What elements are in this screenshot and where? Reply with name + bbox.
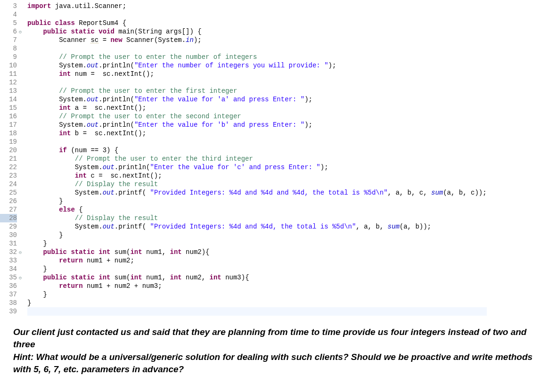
line-number: 28 <box>0 214 17 222</box>
line-number: 9 <box>0 53 17 61</box>
line-number: 32⊖ <box>0 248 17 256</box>
code-line: // Display the result <box>27 180 487 188</box>
line-number: 19 <box>0 138 17 146</box>
code-line: public class ReportSum4 { <box>27 19 487 27</box>
code-line: return num1 + num2; <box>27 256 487 265</box>
line-number: 36 <box>0 282 17 290</box>
line-number: 12 <box>0 78 17 87</box>
code-line: System.out.println("Enter the number of … <box>27 61 487 70</box>
fold-icon[interactable]: ⊖ <box>19 28 22 37</box>
line-number: 8 <box>0 44 17 53</box>
fold-icon[interactable]: ⊖ <box>19 274 22 283</box>
code-line: } <box>27 265 487 273</box>
code-area: import java.util.Scanner;public class Re… <box>21 2 487 316</box>
line-number: 6⊖ <box>0 27 17 36</box>
line-number: 27 <box>0 205 17 214</box>
line-number: 7 <box>0 36 17 44</box>
line-number: 24 <box>0 180 17 188</box>
code-line: Scanner sc = new Scanner(System.in); <box>27 36 487 44</box>
line-number: 25 <box>0 188 17 197</box>
code-line: } <box>27 239 487 248</box>
line-number: 3 <box>0 2 17 10</box>
line-number: 18 <box>0 129 17 138</box>
code-line: System.out.println("Enter the value for … <box>27 95 487 104</box>
code-line: public static void main(String args[]) { <box>27 27 487 36</box>
code-line: } <box>27 290 487 299</box>
line-number: 22 <box>0 163 17 172</box>
line-number: 34 <box>0 265 17 273</box>
line-number: 38 <box>0 299 17 307</box>
line-number: 23 <box>0 172 17 180</box>
code-line: int a = sc.nextInt(); <box>27 104 487 112</box>
line-number: 13 <box>0 87 17 95</box>
line-number: 11 <box>0 70 17 78</box>
line-number: 29 <box>0 222 17 231</box>
line-number: 17 <box>0 121 17 129</box>
code-line: // Prompt the user to enter the first in… <box>27 87 487 95</box>
code-line: // Display the result <box>27 214 487 222</box>
line-number: 30 <box>0 231 17 239</box>
code-line: int num = sc.nextInt(); <box>27 70 487 78</box>
code-line: System.out.printf( "Provided Integers: %… <box>27 222 487 231</box>
caption-line-2: Hint: What would be a universal/generic … <box>13 351 544 375</box>
line-number: 21 <box>0 155 17 163</box>
code-line: // Prompt the user to enter the number o… <box>27 53 487 61</box>
code-line: // Prompt the user to enter the third in… <box>27 155 487 163</box>
line-number: 15 <box>0 104 17 112</box>
code-line: public static int sum(int num1, int num2… <box>27 273 487 282</box>
code-line <box>27 10 487 19</box>
line-number: 33 <box>0 256 17 265</box>
code-line: } <box>27 231 487 239</box>
code-line: // Prompt the user to enter the second i… <box>27 112 487 121</box>
line-number: 4 <box>0 10 17 19</box>
line-number: 10 <box>0 61 17 70</box>
line-number: 31 <box>0 239 17 248</box>
caption-line-1: Our client just contacted us and said th… <box>13 326 544 350</box>
fold-icon[interactable]: ⊖ <box>19 249 22 257</box>
line-number: 20 <box>0 146 17 155</box>
line-number: 26 <box>0 197 17 205</box>
code-line: public static int sum(int num1, int num2… <box>27 248 487 256</box>
code-editor: 3456⊖78910111213141516171819202122232425… <box>0 0 557 318</box>
line-number: 5 <box>0 19 17 27</box>
line-number-gutter: 3456⊖78910111213141516171819202122232425… <box>0 2 21 316</box>
code-line: int c = sc.nextInt(); <box>27 172 487 180</box>
code-line: System.out.println("Enter the value for … <box>27 163 487 172</box>
code-line: } <box>27 299 487 307</box>
line-number: 35⊖ <box>0 273 17 282</box>
line-number: 14 <box>0 95 17 104</box>
line-number: 16 <box>0 112 17 121</box>
line-number: 39 <box>0 307 17 316</box>
code-line <box>27 44 487 53</box>
code-line <box>27 78 487 87</box>
question-caption: Our client just contacted us and said th… <box>0 318 557 382</box>
code-line: System.out.printf( "Provided Integers: %… <box>27 188 487 197</box>
code-line: int b = sc.nextInt(); <box>27 129 487 138</box>
code-line <box>27 138 487 146</box>
code-line: return num1 + num2 + num3; <box>27 282 487 290</box>
code-line: if (num == 3) { <box>27 146 487 155</box>
code-line <box>27 307 487 316</box>
code-line: import java.util.Scanner; <box>27 2 487 10</box>
code-line: } <box>27 197 487 205</box>
code-line: else { <box>27 205 487 214</box>
line-number: 37 <box>0 290 17 299</box>
code-line: System.out.println("Enter the value for … <box>27 121 487 129</box>
